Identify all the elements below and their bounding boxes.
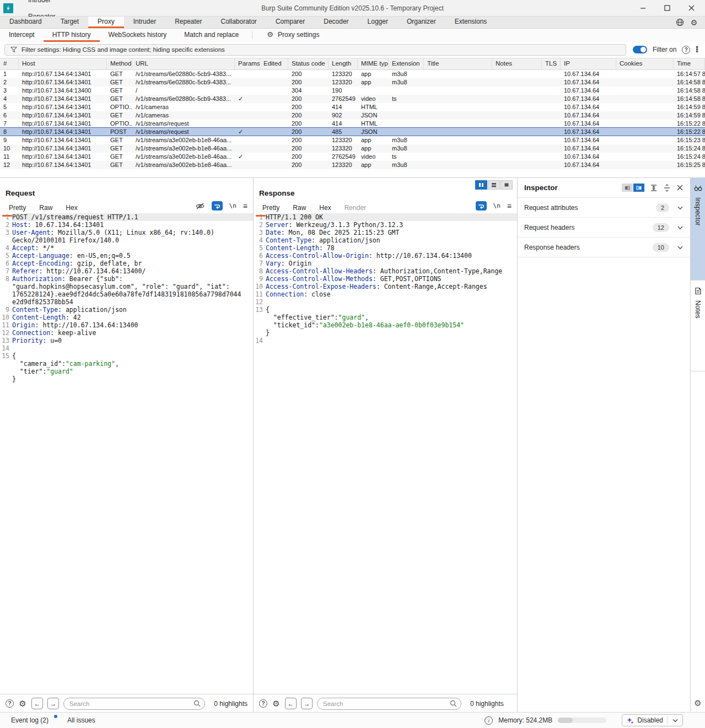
side-tab-inspector[interactable]: Inspector [691, 178, 705, 281]
help-icon[interactable]: ? [259, 699, 267, 708]
table-row[interactable]: 2http://10.67.134.64:13401GET/v1/streams… [0, 78, 705, 87]
table-row[interactable]: 10http://10.67.134.64:13401GET/v1/stream… [0, 144, 705, 153]
cell [260, 95, 288, 103]
tab-http-history[interactable]: HTTP history [44, 29, 100, 42]
table-row[interactable]: 6http://10.67.134.64:13401GET/v1/cameras… [0, 111, 705, 120]
line-number: 11 [254, 290, 266, 298]
inspector-panel: Inspector Request attributes2Request hea… [518, 178, 690, 713]
layout-stacked-button[interactable] [488, 180, 500, 190]
show-newlines-button[interactable]: \n [229, 202, 236, 209]
tab-comparer[interactable]: Comparer [266, 17, 314, 28]
column-header-length[interactable]: Length [329, 58, 358, 69]
close-button[interactable] [687, 4, 695, 12]
ai-status-dropdown[interactable]: Disabled [622, 714, 683, 726]
help-icon[interactable]: ? [682, 46, 690, 54]
settings-gear-icon[interactable]: ⚙ [690, 18, 698, 27]
search-input[interactable] [317, 698, 461, 710]
column-header-extension[interactable]: Extension [389, 58, 424, 69]
tab-match-and-replace[interactable]: Match and replace [175, 29, 247, 42]
table-row[interactable]: 4http://10.67.134.64:13401GET/v1/streams… [0, 95, 705, 103]
column-header-edited[interactable]: Edited [260, 58, 288, 69]
tab-logger[interactable]: Logger [358, 17, 397, 28]
column-header-status-code[interactable]: Status code [288, 58, 329, 69]
column-header-tls[interactable]: TLS [542, 58, 561, 69]
tab-dashboard[interactable]: Dashboard [0, 17, 51, 28]
line-number [0, 360, 12, 368]
column-header-host[interactable]: Host [19, 58, 107, 69]
column-header-url[interactable]: URL [132, 58, 235, 69]
tab-proxy-settings[interactable]: ⚙ Proxy settings [257, 29, 328, 42]
close-inspector-icon[interactable] [676, 184, 684, 191]
column-header-mime-type[interactable]: MIME type [358, 58, 389, 69]
line-number: 1 [254, 213, 266, 221]
menu-item-intruder[interactable]: Intruder [21, 0, 62, 8]
editor-menu-icon[interactable]: ≡ [243, 202, 247, 211]
editor-menu-icon[interactable]: ≡ [507, 202, 512, 211]
search-input[interactable] [63, 698, 205, 710]
column-header-method[interactable]: Method [107, 58, 132, 69]
help-icon[interactable]: ? [6, 699, 14, 708]
tab-intercept[interactable]: Intercept [0, 29, 44, 42]
line-content: Authorization: Bearer {"sub": [12, 275, 253, 283]
inspector-layout-right-button[interactable] [633, 184, 644, 192]
tab-repeater[interactable]: Repeater [165, 17, 211, 28]
tab-decoder[interactable]: Decoder [314, 17, 358, 28]
table-row[interactable]: 1http://10.67.134.64:13401GET/v1/streams… [0, 70, 705, 78]
layout-side-by-side-button[interactable] [475, 180, 487, 190]
table-row[interactable]: 12http://10.67.134.64:13401GET/v1/stream… [0, 161, 705, 169]
cell [424, 153, 492, 161]
collapse-all-icon[interactable] [663, 184, 671, 192]
request-editor[interactable]: 1POST /v1/streams/request HTTP/1.12Host:… [0, 213, 253, 383]
inspector-layout-left-button[interactable] [622, 184, 633, 192]
expand-all-icon[interactable] [650, 184, 658, 192]
inspector-section-response-headers[interactable]: Response headers10 [518, 238, 690, 257]
table-row[interactable]: 9http://10.67.134.64:13401GET/v1/streams… [0, 136, 705, 144]
table-row[interactable]: 7http://10.67.134.64:13401OPTIO.../v1/st… [0, 120, 705, 128]
inspector-section-request-headers[interactable]: Request headers12 [518, 218, 690, 238]
soft-wrap-button[interactable] [212, 201, 223, 211]
table-row[interactable]: 5http://10.67.134.64:13401OPTIO.../v1/ca… [0, 103, 705, 111]
response-editor[interactable]: 1HTTP/1.1 200 OK2Server: Werkzeug/3.1.3 … [254, 213, 517, 344]
column-header-time[interactable]: Time [674, 58, 705, 69]
tab-proxy[interactable]: Proxy [88, 17, 124, 28]
next-match-button[interactable]: → [301, 698, 313, 709]
all-issues-tab[interactable]: All issues [60, 716, 103, 724]
cell [616, 120, 674, 128]
prev-match-button[interactable]: ← [31, 698, 43, 709]
prev-match-button[interactable]: ← [285, 698, 297, 709]
next-match-button[interactable]: → [47, 698, 59, 709]
cell: POST [107, 128, 132, 136]
more-options-icon[interactable]: ••• [696, 46, 698, 53]
info-icon[interactable]: i [485, 716, 493, 725]
tab-websockets-history[interactable]: WebSockets history [100, 29, 176, 42]
event-log-tab[interactable]: Event log (2) [3, 716, 60, 724]
column-header-ip[interactable]: IP [561, 58, 616, 69]
show-newlines-button[interactable]: \n [493, 202, 501, 209]
tab-organizer[interactable]: Organizer [397, 17, 445, 28]
maximize-button[interactable] [663, 4, 671, 12]
minimize-button[interactable] [639, 4, 647, 12]
table-row[interactable]: 8http://10.67.134.64:13401POST/v1/stream… [0, 127, 705, 136]
tab-collaborator[interactable]: Collaborator [212, 17, 266, 28]
inspector-section-request-attributes[interactable]: Request attributes2 [518, 198, 690, 218]
column-header-cookies[interactable]: Cookies [616, 58, 674, 69]
globe-icon[interactable] [675, 18, 684, 27]
table-row[interactable]: 3http://10.67.134.64:13400GET/30419010.6… [0, 87, 705, 95]
soft-wrap-button[interactable] [476, 201, 487, 211]
filter-settings-bar[interactable]: Filter settings: Hiding CSS and image co… [4, 44, 626, 56]
column-header-notes[interactable]: Notes [492, 58, 542, 69]
column-header-title[interactable]: Title [424, 58, 492, 69]
tab-target[interactable]: Target [51, 17, 88, 28]
tab-intruder[interactable]: Intruder [124, 17, 165, 28]
layout-single-button[interactable] [501, 180, 513, 190]
search-settings-gear-icon[interactable]: ⚙ [272, 699, 281, 708]
side-tab-notes[interactable]: Notes [691, 281, 705, 371]
tab-extensions[interactable]: Extensions [445, 17, 497, 28]
column-header-params[interactable]: Params [235, 58, 260, 69]
search-settings-gear-icon[interactable]: ⚙ [18, 699, 27, 708]
panel-settings-gear-icon[interactable]: ⚙ [691, 698, 705, 708]
column-header-#[interactable]: # [0, 58, 19, 69]
hide-eye-icon[interactable] [195, 202, 205, 210]
table-row[interactable]: 11http://10.67.134.64:13401GET/v1/stream… [0, 153, 705, 161]
filter-toggle[interactable] [633, 46, 647, 53]
